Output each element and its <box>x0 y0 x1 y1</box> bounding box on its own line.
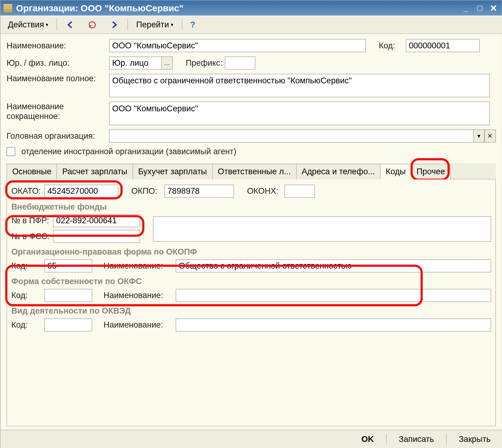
funds-group-title: Внебюджетные фонды <box>11 202 491 211</box>
ok-button[interactable]: OK <box>356 432 379 446</box>
okopf-group-title: Организационно-правовая форма по ОКОПФ <box>11 247 491 257</box>
tab-salary-accounting[interactable]: Бухучет зарплаты <box>132 164 212 179</box>
tab-codes[interactable]: Коды <box>380 164 411 179</box>
toolbar: Действия ▾ Перейти ▾ ? <box>0 16 502 34</box>
goto-menu-button[interactable]: Перейти ▾ <box>132 18 178 31</box>
refresh-button[interactable] <box>82 18 102 31</box>
fss-num-label: № в ФСС: <box>11 231 51 241</box>
name-input[interactable] <box>109 39 366 52</box>
foreign-branch-label: отделение иностранной организации (завис… <box>21 147 236 156</box>
head-org-dropdown-button[interactable]: ▾ <box>473 130 484 143</box>
okfs-name-label: Наименование: <box>104 291 173 300</box>
okfs-code-label: Код: <box>11 291 42 300</box>
head-org-clear-button[interactable]: ✕ <box>484 130 496 143</box>
okfs-name-input[interactable] <box>176 289 491 302</box>
chevron-down-icon: ▾ <box>46 22 48 28</box>
actions-label: Действия <box>8 20 44 30</box>
minimize-button[interactable]: _ <box>460 3 471 13</box>
tab-salary-calc[interactable]: Расчет зарплаты <box>57 164 133 179</box>
okato-input[interactable] <box>44 185 118 198</box>
refresh-icon <box>87 19 97 30</box>
okonh-input[interactable] <box>284 185 315 198</box>
pfr-terr-input[interactable] <box>153 216 491 241</box>
tab-responsible[interactable]: Ответственные л... <box>212 164 297 179</box>
okopf-code-input[interactable] <box>44 259 92 273</box>
name-label: Наименование: <box>6 41 107 50</box>
pfr-num-label: № в ПФР: <box>11 216 51 225</box>
window-icon <box>3 3 12 13</box>
okpo-label: ОКПО: <box>131 186 162 196</box>
help-icon: ? <box>190 20 195 30</box>
close-window-button[interactable]: Закрыть <box>454 432 496 446</box>
help-button[interactable]: ? <box>185 18 200 31</box>
tab-body-codes: ОКАТО: ОКПО: ОКОНХ: Внебюджетные фонды №… <box>6 179 496 426</box>
arrow-left-icon <box>65 19 76 30</box>
person-type-label: Юр. / физ. лицо: <box>6 58 107 68</box>
content-area: Наименование: Код: Юр. / физ. лицо: … Пр… <box>0 34 502 429</box>
toolbar-separator <box>182 19 182 30</box>
shortname-label: Наименование сокращенное: <box>6 102 107 121</box>
okved-name-input[interactable] <box>176 318 491 332</box>
okopf-name-label: Наименование: <box>104 261 173 271</box>
nav-forward-button[interactable] <box>104 18 124 31</box>
fullname-input[interactable]: Общество с ограниченной ответственностью… <box>109 74 490 97</box>
footer-separator <box>386 434 386 444</box>
tabs: Основные Расчет зарплаты Бухучет зарплат… <box>6 163 496 179</box>
head-org-input[interactable] <box>109 130 473 143</box>
okfs-code-input[interactable] <box>44 289 92 302</box>
head-org-combo: ▾ ✕ <box>109 130 496 143</box>
close-button[interactable]: ✕ <box>488 3 499 13</box>
code-input[interactable] <box>406 39 480 52</box>
toolbar-separator <box>128 19 128 30</box>
okonh-label: ОКОНХ: <box>247 186 282 196</box>
prefix-label: Префикс: <box>186 58 222 68</box>
okato-label: ОКАТО: <box>11 186 42 196</box>
goto-label: Перейти <box>136 20 169 30</box>
person-type-combo: … <box>109 57 173 70</box>
maximize-button[interactable]: □ <box>474 3 485 13</box>
person-type-select-button[interactable]: … <box>161 57 173 70</box>
fss-num-input[interactable] <box>53 230 140 243</box>
actions-menu-button[interactable]: Действия ▾ <box>3 18 53 31</box>
tab-other[interactable]: Прочее <box>411 164 451 179</box>
code-label: Код: <box>379 41 403 50</box>
person-type-input[interactable] <box>109 57 161 70</box>
footer-separator <box>446 434 446 444</box>
okfs-group-title: Форма собственности по ОКФС <box>11 277 491 286</box>
tab-addresses[interactable]: Адреса и телефо... <box>296 164 381 179</box>
okpo-input[interactable] <box>164 185 234 198</box>
toolbar-separator <box>57 19 57 30</box>
save-button[interactable]: Записать <box>393 432 439 446</box>
window-title: Организации: ООО "КомпьюСервис" <box>16 3 460 13</box>
organization-window: Организации: ООО "КомпьюСервис" _ □ ✕ Де… <box>0 0 502 448</box>
arrow-right-icon <box>109 19 119 30</box>
okved-code-label: Код: <box>11 320 42 330</box>
tab-main[interactable]: Основные <box>6 164 57 179</box>
okved-code-input[interactable] <box>44 318 92 332</box>
shortname-input[interactable]: ООО "КомпьюСервис" <box>109 102 490 125</box>
fullname-label: Наименование полное: <box>6 74 107 83</box>
prefix-input[interactable] <box>225 57 255 70</box>
okopf-name-input[interactable] <box>176 259 491 273</box>
pfr-num-input[interactable] <box>53 214 140 227</box>
titlebar: Организации: ООО "КомпьюСервис" _ □ ✕ <box>0 0 502 16</box>
okved-name-label: Наименование: <box>104 320 173 330</box>
chevron-down-icon: ▾ <box>171 22 174 28</box>
okopf-code-label: Код: <box>11 261 42 271</box>
nav-back-button[interactable] <box>61 18 81 31</box>
okved-group-title: Вид деятельности по ОКВЭД <box>11 306 491 316</box>
head-org-label: Головная организация: <box>6 131 107 141</box>
foreign-branch-checkbox[interactable] <box>6 147 15 156</box>
footer: OK Записать Закрыть <box>0 430 502 448</box>
